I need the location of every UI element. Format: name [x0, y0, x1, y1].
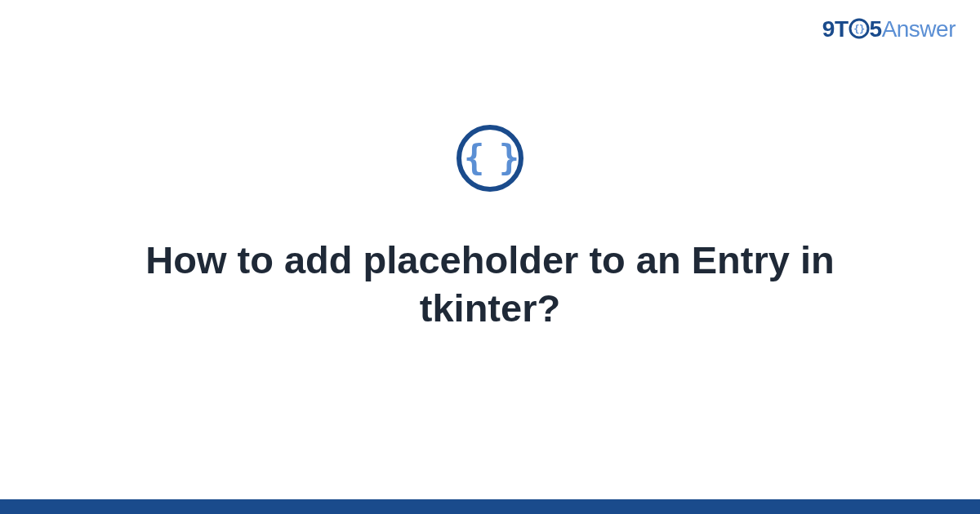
brand-o-icon: {}: [849, 18, 870, 39]
brand-logo[interactable]: 9T{}5Answer: [822, 16, 956, 42]
question-title: How to add placeholder to an Entry in tk…: [122, 237, 858, 333]
footer-bar: [0, 499, 980, 514]
braces-glyph: { }: [464, 141, 516, 175]
svg-text:{}: {}: [853, 24, 865, 35]
content-area: { } How to add placeholder to an Entry i…: [0, 0, 980, 514]
brand-text-5: 5: [870, 16, 882, 42]
brand-text-answer: Answer: [882, 16, 956, 42]
brand-text-9t: 9T: [822, 16, 849, 42]
code-braces-icon: { }: [457, 125, 523, 192]
